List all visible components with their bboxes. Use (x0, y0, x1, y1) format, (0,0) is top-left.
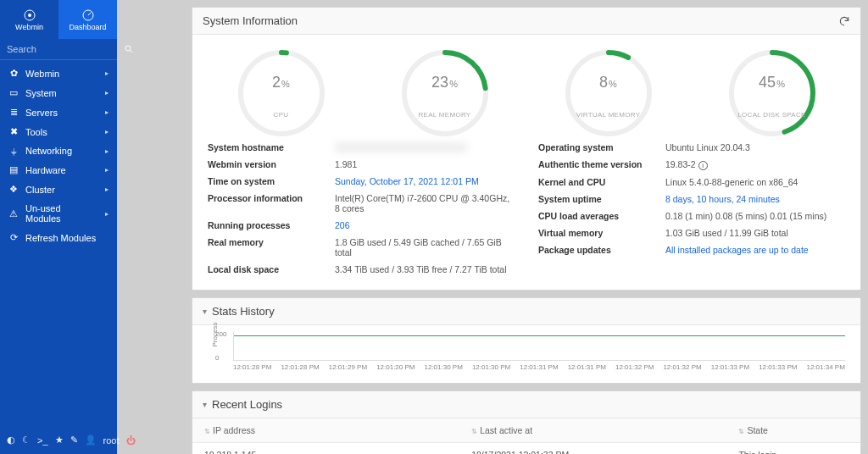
sort-icon[interactable]: ⇅ (471, 428, 477, 435)
recent-logins-header[interactable]: ▾ Recent Logins (192, 391, 860, 418)
panel-title: System Information (203, 14, 298, 27)
svg-point-9 (568, 53, 649, 134)
info-row: Webmin version1.981 (208, 156, 515, 173)
stats-history-header[interactable]: ▾ Stats History (192, 298, 860, 325)
logins-table: ⇅IP address ⇅Last active at ⇅State 10.21… (192, 418, 860, 454)
collapse-icon: ▾ (203, 400, 207, 409)
info-value: 0.18 (1 min) 0.08 (5 mins) 0.01 (15 mins… (665, 211, 845, 221)
edit-icon[interactable]: ✎ (70, 435, 78, 446)
info-value: All installed packages are up to date (665, 245, 845, 255)
gauge-value: 23% (390, 74, 500, 91)
sort-icon[interactable]: ⇅ (204, 428, 210, 435)
svg-point-1 (28, 14, 31, 17)
sidebar-item-system[interactable]: ▭System▸ (0, 83, 117, 102)
sort-icon[interactable]: ⇅ (738, 428, 744, 435)
tab-webmin-label: Webmin (15, 23, 43, 31)
info-key: Running processes (208, 220, 335, 230)
info-row: Processor informationIntel(R) Core(TM) i… (208, 190, 515, 217)
info-row: Operating systemUbuntu Linux 20.04.3 (538, 139, 845, 156)
stats-chart: Process 200 0 12:01:28 PM12:01:28 PM12:0… (208, 332, 845, 371)
tab-webmin[interactable]: Webmin (0, 0, 58, 39)
info-col-right: Operating systemUbuntu Linux 20.04.3Auth… (538, 139, 845, 278)
chevron-right-icon: ▸ (105, 147, 108, 155)
info-value: redacted-hostname.example.com (335, 142, 515, 152)
xtick: 12:01:32 PM (663, 363, 701, 371)
sidebar-item-label: Refresh Modules (25, 233, 96, 243)
col-last: ⇅Last active at (459, 418, 726, 443)
ytick-top: 200 (215, 330, 226, 338)
chevron-right-icon: ▸ (105, 108, 108, 116)
webmin-icon (23, 8, 36, 22)
svg-line-4 (131, 51, 133, 53)
sidebar-item-refresh-modules[interactable]: ⟳Refresh Modules (0, 228, 117, 247)
info-key: Operating system (538, 142, 665, 152)
svg-point-3 (125, 46, 131, 51)
xtick: 12:01:29 PM (329, 363, 367, 371)
info-key: CPU load averages (538, 211, 665, 221)
gauge-cpu: 2%CPU (226, 47, 337, 119)
gauge-value: 45% (717, 74, 827, 91)
chevron-right-icon: ▸ (105, 128, 108, 136)
xtick: 12:01:28 PM (233, 363, 271, 371)
sidebar: Webmin Dashboard ✿Webmin▸▭System▸≣Server… (0, 0, 117, 454)
star-icon[interactable]: ★ (55, 435, 64, 446)
xtick: 12:01:20 PM (376, 363, 415, 371)
xtick: 12:01:30 PM (425, 363, 463, 371)
info-row: Time on systemSunday, October 17, 2021 1… (208, 173, 515, 190)
stats-history-panel: ▾ Stats History Process 200 0 12:01:28 P… (192, 297, 861, 384)
sidebar-item-label: System (25, 88, 57, 98)
terminal-icon[interactable]: >_ (37, 435, 48, 446)
sidebar-item-un-used-modules[interactable]: ⚠Un-used Modules▸ (0, 199, 117, 228)
xtick: 12:01:33 PM (759, 363, 797, 371)
info-grid: System hostnameredacted-hostname.example… (192, 139, 860, 290)
info-key: Kernel and CPU (538, 177, 665, 187)
cell-time: 10/17/2021 12:01:33 PM (459, 443, 726, 455)
sidebar-item-tools[interactable]: ✖Tools▸ (0, 122, 117, 141)
info-key: Package updates (538, 245, 665, 255)
cell-state: This login (726, 443, 860, 455)
info-row: Package updatesAll installed packages ar… (538, 241, 845, 258)
panel-title: Stats History (212, 305, 275, 318)
panel-title: Recent Logins (212, 398, 282, 411)
sidebar-item-networking[interactable]: ⏚Networking▸ (0, 141, 117, 160)
tab-dashboard[interactable]: Dashboard (58, 0, 117, 39)
night-mode-icon[interactable]: ◐ (7, 435, 15, 446)
info-key: Local disk space (208, 264, 335, 274)
sidebar-item-label: Networking (25, 146, 72, 156)
user-icon[interactable]: 👤 (85, 435, 97, 446)
info-value: Sunday, October 17, 2021 12:01 PM (335, 176, 515, 186)
info-row: Authentic theme version19.83-2 i (538, 156, 845, 174)
info-row: Running processes206 (208, 217, 515, 234)
table-row: 10.218.1.145 10/17/2021 12:01:33 PM This… (192, 443, 860, 455)
sidebar-item-label: Cluster (25, 185, 55, 195)
moon-icon[interactable]: ☾ (22, 435, 31, 446)
info-icon[interactable]: i (698, 161, 708, 170)
xtick: 12:01:32 PM (615, 363, 654, 371)
info-value: 19.83-2 i (665, 159, 845, 170)
search-input[interactable] (7, 44, 124, 54)
refresh-button[interactable] (838, 15, 850, 27)
system-info-header: System Information (192, 8, 860, 35)
collapse-icon: ▾ (203, 307, 207, 316)
sidebar-item-hardware[interactable]: ▤Hardware▸ (0, 160, 117, 180)
xtick: 12:01:33 PM (711, 363, 749, 371)
menu-icon: ⏚ (8, 146, 19, 156)
xtick: 12:01:31 PM (568, 363, 606, 371)
logout-icon[interactable]: ⏻ (126, 435, 136, 446)
sidebar-item-servers[interactable]: ≣Servers▸ (0, 102, 117, 122)
info-key: System uptime (538, 194, 665, 204)
menu-icon: ✿ (8, 68, 19, 79)
sidebar-search (0, 39, 117, 60)
sidebar-item-label: Un-used Modules (25, 203, 98, 224)
sidebar-item-webmin[interactable]: ✿Webmin▸ (0, 64, 117, 83)
sidebar-item-label: Webmin (25, 69, 59, 79)
chevron-right-icon: ▸ (105, 69, 108, 77)
sidebar-item-cluster[interactable]: ❖Cluster▸ (0, 180, 117, 199)
info-key: System hostname (208, 142, 335, 152)
menu-icon: ✖ (8, 126, 19, 137)
info-key: Virtual memory (538, 228, 665, 238)
search-icon[interactable] (124, 44, 134, 54)
gauges-row: 2%CPU23%REAL MEMORY8%VIRTUAL MEMORY45%LO… (192, 35, 860, 139)
info-row: System hostnameredacted-hostname.example… (208, 139, 515, 156)
gauge-real-memory: 23%REAL MEMORY (390, 47, 500, 119)
